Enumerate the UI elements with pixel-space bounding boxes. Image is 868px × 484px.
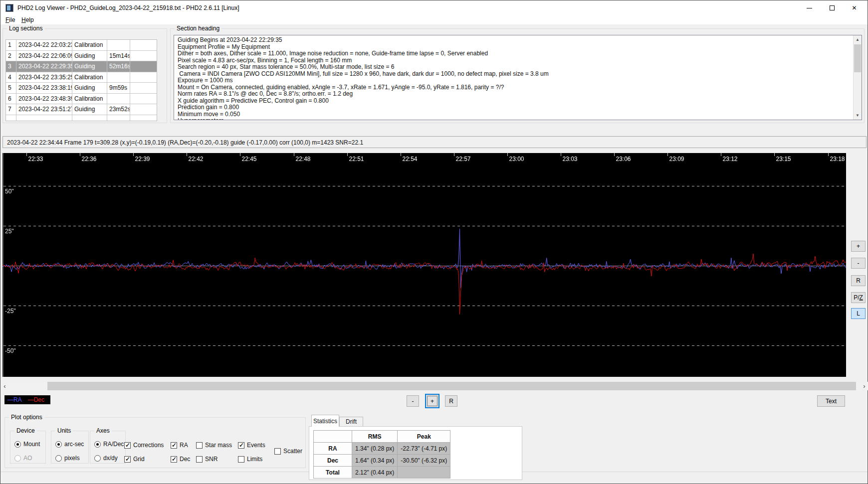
log-cell[interactable]: [130, 104, 157, 115]
log-cell[interactable]: [130, 51, 157, 62]
log-sections-table[interactable]: 12023-04-22 22:03:23Calibration22023-04-…: [5, 39, 157, 121]
log-cell[interactable]: [72, 115, 107, 122]
radio-dxdy[interactable]: dx/dy: [94, 455, 118, 462]
scroll-up-icon[interactable]: ▲: [854, 35, 862, 44]
log-cell[interactable]: Calibration: [72, 72, 107, 83]
plot-pan-zoom-button[interactable]: P/Z: [851, 292, 866, 303]
log-cell[interactable]: [130, 94, 157, 105]
log-cell[interactable]: [130, 61, 157, 72]
maximize-button[interactable]: [821, 0, 843, 15]
log-section-row[interactable]: 72023-04-22 23:51:27Guiding23m52s: [6, 104, 157, 115]
log-cell[interactable]: 52m16s: [107, 61, 130, 72]
hzoom-in-button[interactable]: +: [425, 394, 439, 408]
log-cell[interactable]: [107, 72, 130, 83]
radio-radec[interactable]: RA/Dec: [94, 441, 124, 448]
plot-lock-button[interactable]: L: [851, 308, 866, 319]
log-cell[interactable]: 4: [6, 72, 16, 83]
tab-statistics[interactable]: Statistics: [311, 415, 339, 427]
log-cell[interactable]: 2023-04-22 23:51:27: [16, 104, 72, 115]
scrollbar-thumb[interactable]: [854, 44, 861, 72]
title-bar[interactable]: PHD2 Log Viewer - PHD2_GuideLog_2023-04-…: [0, 0, 868, 15]
checkbox-dec[interactable]: Dec: [171, 456, 190, 463]
log-section-row[interactable]: 42023-04-22 23:35:25Calibration: [6, 72, 157, 83]
log-cell[interactable]: [130, 83, 157, 94]
checkbox-snr[interactable]: SNR: [196, 456, 217, 463]
section-heading-scrollbar[interactable]: ▲ ▼: [853, 35, 862, 120]
plot-vzoom-in-button[interactable]: +: [851, 241, 866, 252]
log-cell[interactable]: [130, 115, 157, 122]
section-heading-text[interactable]: Guiding Begins at 2023-04-22 22:29:35Equ…: [174, 35, 862, 120]
log-section-row[interactable]: 52023-04-22 23:38:19Guiding9m59s: [6, 83, 157, 94]
log-cell[interactable]: 5: [6, 83, 16, 94]
checkbox-star-mass-label: Star mass: [205, 442, 232, 449]
plot-vzoom-out-button[interactable]: -: [851, 258, 866, 269]
checkbox-events[interactable]: Events: [238, 442, 265, 449]
log-section-row[interactable]: 32023-04-22 22:29:35Guiding52m16s: [6, 61, 157, 72]
log-cell[interactable]: 1: [6, 40, 16, 51]
log-cell[interactable]: Guiding: [72, 51, 107, 62]
log-cell[interactable]: [16, 115, 72, 122]
close-button[interactable]: [843, 0, 866, 15]
log-cell[interactable]: 2023-04-22 22:06:09: [16, 51, 72, 62]
log-cell[interactable]: [130, 72, 157, 83]
checkbox-ra[interactable]: RA: [171, 442, 188, 449]
log-cell[interactable]: 2023-04-22 23:38:19: [16, 83, 72, 94]
log-section-row[interactable]: 62023-04-22 23:48:39Calibration: [6, 94, 157, 105]
radio-mount[interactable]: Mount: [14, 441, 40, 448]
log-cell[interactable]: 3: [6, 61, 16, 72]
checkbox-star-mass[interactable]: Star mass: [196, 442, 232, 449]
plot-hscrollbar[interactable]: ‹ ›: [0, 382, 868, 390]
log-section-row[interactable]: [6, 115, 157, 122]
log-cell[interactable]: [130, 40, 157, 51]
checkbox-limits[interactable]: Limits: [238, 456, 262, 463]
log-cell[interactable]: 15m14s: [107, 51, 130, 62]
log-cell[interactable]: 2023-04-22 22:29:35: [16, 61, 72, 72]
log-cell[interactable]: 23m52s: [107, 104, 130, 115]
log-cell[interactable]: 2023-04-22 23:48:39: [16, 94, 72, 105]
radio-arcsec[interactable]: arc-sec: [55, 441, 84, 448]
scroll-left-icon[interactable]: ‹: [0, 382, 9, 390]
hreset-button[interactable]: R: [445, 395, 457, 407]
log-cell[interactable]: [6, 115, 16, 122]
scroll-down-icon[interactable]: ▼: [854, 111, 862, 120]
menu-file[interactable]: File: [2, 16, 18, 24]
heading-line: Mount = On Camera, connected, guiding en…: [178, 84, 861, 91]
guide-plot-canvas[interactable]: [2, 153, 846, 377]
log-cell[interactable]: [107, 94, 130, 105]
log-cell[interactable]: Guiding: [72, 104, 107, 115]
radio-pixels[interactable]: pixels: [55, 455, 80, 462]
menu-help[interactable]: Help: [18, 16, 37, 24]
tab-drift[interactable]: Drift: [339, 417, 363, 427]
scroll-right-icon[interactable]: ›: [860, 382, 868, 390]
checkbox-grid[interactable]: Grid: [124, 456, 145, 463]
log-section-row[interactable]: 12023-04-22 22:03:23Calibration: [6, 40, 157, 51]
pz-z: Z: [860, 294, 863, 301]
checkbox-corrections-label: Corrections: [133, 442, 164, 449]
legend-dec: —Dec: [28, 396, 44, 403]
text-view-button[interactable]: Text: [817, 395, 845, 407]
log-cell[interactable]: 6: [6, 94, 16, 105]
hzoom-out-button[interactable]: -: [407, 395, 419, 407]
log-cell[interactable]: Calibration: [72, 40, 107, 51]
app-icon: [5, 4, 13, 12]
checkbox-corrections[interactable]: Corrections: [124, 442, 164, 449]
log-cell[interactable]: 9m59s: [107, 83, 130, 94]
radio-radec-label: RA/Dec: [103, 441, 124, 448]
log-cell[interactable]: Calibration: [72, 94, 107, 105]
checkbox-scatter-label: Scatter: [283, 448, 302, 455]
log-cell[interactable]: Guiding: [72, 61, 107, 72]
log-cell[interactable]: Guiding: [72, 83, 107, 94]
minimize-button[interactable]: [798, 0, 821, 15]
plot-vreset-button[interactable]: R: [851, 275, 866, 286]
maximize-icon: [830, 5, 835, 10]
log-cell[interactable]: [107, 115, 130, 122]
hscrollbar-thumb[interactable]: [47, 382, 856, 390]
log-cell[interactable]: 2023-04-22 23:35:25: [16, 72, 72, 83]
checkbox-scatter[interactable]: Scatter: [274, 448, 302, 455]
checkbox-scatter-icon: [274, 448, 281, 455]
log-cell[interactable]: [107, 40, 130, 51]
log-section-row[interactable]: 22023-04-22 22:06:09Guiding15m14s: [6, 51, 157, 62]
log-cell[interactable]: 2023-04-22 22:03:23: [16, 40, 72, 51]
log-cell[interactable]: 2: [6, 51, 16, 62]
log-cell[interactable]: 7: [6, 104, 16, 115]
